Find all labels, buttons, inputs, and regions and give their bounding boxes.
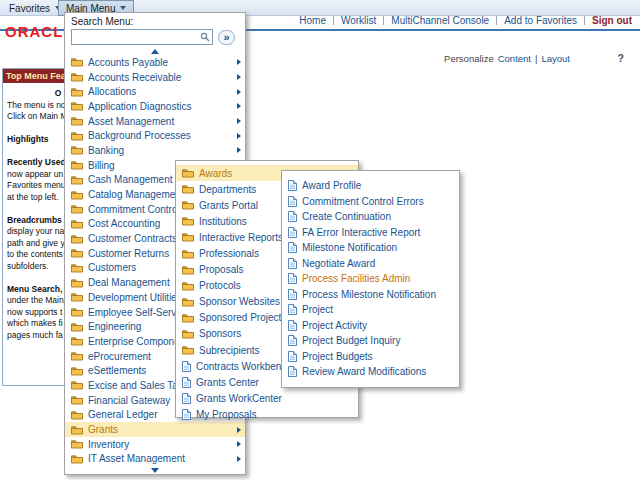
- menu-item[interactable]: Accounts Payable: [65, 55, 245, 70]
- menu-item[interactable]: Background Processes: [65, 128, 245, 143]
- folder-icon: [71, 87, 83, 97]
- menu-item[interactable]: Process Milestone Notification: [282, 287, 459, 303]
- folder-icon: [182, 200, 194, 210]
- folder-icon: [182, 345, 194, 355]
- chevron-right-icon: [237, 456, 241, 462]
- menu-item[interactable]: Asset Management: [65, 114, 245, 129]
- menu-item[interactable]: Award Profile: [282, 178, 459, 194]
- menu-item-label: Process Milestone Notification: [302, 289, 459, 300]
- menu-item[interactable]: Project Budget Inquiry: [282, 333, 459, 349]
- menu-item[interactable]: Accounts Receivable: [65, 70, 245, 85]
- menu-item[interactable]: Project Activity: [282, 318, 459, 334]
- header-links: HomeWorklistMultiChannel ConsoleAdd to F…: [299, 15, 632, 26]
- chevron-right-icon: [237, 133, 241, 139]
- menu-item[interactable]: Grants: [65, 422, 245, 437]
- folder-icon: [71, 322, 83, 332]
- menu-item[interactable]: Allocations: [65, 84, 245, 99]
- menu-item[interactable]: Negotiate Award: [282, 256, 459, 272]
- folder-icon: [71, 380, 83, 390]
- menu-item-label: Background Processes: [88, 130, 237, 141]
- menu-search-input[interactable]: [72, 31, 198, 43]
- folder-icon: [71, 145, 83, 155]
- folder-icon: [71, 263, 83, 273]
- header-link[interactable]: Worklist: [341, 15, 376, 26]
- search-go-button[interactable]: »: [218, 30, 235, 45]
- help-icon[interactable]: ?: [618, 52, 624, 64]
- page-icon: [288, 273, 297, 284]
- page-icon: [288, 196, 297, 207]
- chevron-down-icon: [120, 6, 126, 10]
- divider: [383, 16, 384, 25]
- folder-icon: [71, 190, 83, 200]
- menu-item[interactable]: Project: [282, 302, 459, 318]
- menu-item-label: My Proposals: [196, 409, 358, 420]
- menu-item-label: Project Budgets: [302, 351, 459, 362]
- header-link[interactable]: Add to Favorites: [504, 15, 577, 26]
- page-icon: [288, 180, 297, 191]
- divider: [333, 16, 334, 25]
- menu-item[interactable]: IT Asset Management: [65, 452, 245, 467]
- menu-item[interactable]: Create Continuation: [282, 209, 459, 225]
- chevron-right-icon: [237, 59, 241, 65]
- folder-icon: [71, 204, 83, 214]
- scroll-down-button[interactable]: [65, 466, 245, 474]
- folder-icon: [71, 366, 83, 376]
- page-icon: [288, 351, 297, 362]
- header-link[interactable]: MultiChannel Console: [391, 15, 489, 26]
- folder-icon: [182, 168, 194, 178]
- menu-item[interactable]: Review Award Modifications: [282, 364, 459, 380]
- page-icon: [288, 242, 297, 253]
- menu-item[interactable]: Milestone Notification: [282, 240, 459, 256]
- menu-item[interactable]: Inventory: [65, 437, 245, 452]
- page-icon: [288, 227, 297, 238]
- folder-icon: [71, 336, 83, 346]
- menu-level3-list: Award ProfileCommitment Control ErrorsCr…: [282, 178, 459, 380]
- menu-item[interactable]: FA Error Interactive Report: [282, 225, 459, 241]
- header-link[interactable]: Home: [299, 15, 326, 26]
- menu-item[interactable]: Process Facilities Admin: [282, 271, 459, 287]
- folder-icon: [71, 351, 83, 361]
- personalize-content-link[interactable]: Content: [498, 53, 531, 64]
- peoplesoft-application: Favorites Main Menu HomeWorklistMultiCha…: [0, 0, 640, 480]
- folder-icon: [71, 395, 83, 405]
- favorites-label: Favorites: [9, 3, 50, 14]
- sign-out-link[interactable]: Sign out: [592, 15, 632, 26]
- menu-item-label: FA Error Interactive Report: [302, 227, 459, 238]
- search-box: [71, 29, 213, 45]
- folder-icon: [71, 175, 83, 185]
- menu-item-label: Create Continuation: [302, 211, 459, 222]
- menu-item-label: Grants WorkCenter: [196, 393, 358, 404]
- menu-item[interactable]: Commitment Control Errors: [282, 194, 459, 210]
- search-icon[interactable]: [198, 32, 212, 42]
- page-icon: [288, 320, 297, 331]
- triangle-down-icon: [151, 468, 159, 473]
- page-icon: [182, 409, 191, 420]
- chevron-right-icon: [237, 74, 241, 80]
- menu-item-label: Accounts Payable: [88, 57, 237, 68]
- folder-icon: [71, 425, 83, 435]
- folder-icon: [71, 292, 83, 302]
- menu-item[interactable]: Project Budgets: [282, 349, 459, 365]
- menu-item-label: Milestone Notification: [302, 242, 459, 253]
- menu-item-label: IT Asset Management: [88, 453, 237, 464]
- menu-item[interactable]: Application Diagnostics: [65, 99, 245, 114]
- folder-icon: [71, 234, 83, 244]
- menu-item[interactable]: My Proposals: [176, 406, 358, 422]
- menu-item[interactable]: Grants WorkCenter: [176, 390, 358, 406]
- page-icon: [288, 289, 297, 300]
- folder-icon: [182, 281, 194, 291]
- chevron-right-icon: [237, 147, 241, 153]
- folder-icon: [71, 160, 83, 170]
- folder-icon: [71, 131, 83, 141]
- folder-icon: [71, 454, 83, 464]
- folder-icon: [182, 265, 194, 275]
- menu-item-label: Negotiate Award: [302, 258, 459, 269]
- folder-icon: [71, 72, 83, 82]
- menu-item[interactable]: Banking: [65, 143, 245, 158]
- folder-icon: [182, 313, 194, 323]
- scroll-up-button[interactable]: [65, 47, 245, 55]
- divider: [496, 16, 497, 25]
- page-icon: [288, 258, 297, 269]
- personalize-layout-link[interactable]: Layout: [541, 53, 570, 64]
- menu-item-label: Process Facilities Admin: [302, 273, 459, 284]
